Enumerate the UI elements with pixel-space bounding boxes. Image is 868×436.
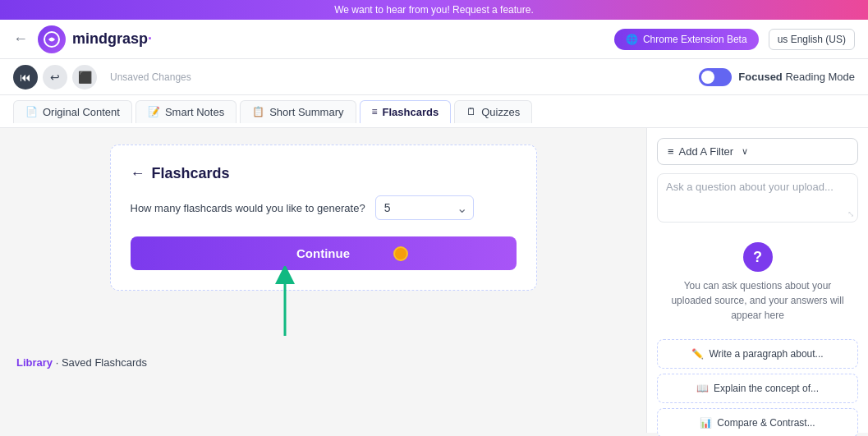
continue-button-container: Continue [131,236,517,270]
toolbar-icons: ⏮ ↩ ⬛ [13,65,97,89]
tabs-bar: 📄 Original Content 📝 Smart Notes 📋 Short… [0,95,868,128]
flashcard-count-select-wrapper[interactable]: 5 10 15 20 [375,195,474,220]
top-banner[interactable]: We want to hear from you! Request a feat… [0,0,868,20]
reading-mode-toggle[interactable] [699,68,732,86]
toolbar-icon-1[interactable]: ⏮ [13,65,38,89]
banner-text: We want to hear from you! Request a feat… [334,4,534,16]
ai-icon-area: ? You can ask questions about your uploa… [657,236,858,339]
chevron-down-icon: ∨ [742,146,748,157]
suggestion-compare-button[interactable]: 📊 Compare & Contrast... [657,408,858,436]
toolbar: ⏮ ↩ ⬛ Unsaved Changes Focused Reading Mo… [0,59,868,95]
original-content-icon: 📄 [25,106,38,117]
continue-button[interactable]: Continue [131,236,517,270]
library-link[interactable]: Library [16,356,53,369]
tab-smart-notes[interactable]: 📝 Smart Notes [135,100,237,123]
add-filter-button[interactable]: ≡ Add A Filter ∨ [657,138,858,165]
expand-icon: ⤡ [847,209,854,218]
question-icon: ? [743,242,773,272]
logo-text: mindgrasp· [72,30,152,48]
reading-mode-label: Focused Reading Mode [738,71,855,83]
cursor-dot [393,246,408,261]
arrow-annotation [260,266,310,340]
tab-quizzes[interactable]: 🗒 Quizzes [454,100,532,123]
toolbar-icon-3[interactable]: ⬛ [72,65,97,89]
toolbar-icon-2[interactable]: ↩ [43,65,67,89]
right-sidebar: ≡ Add A Filter ∨ Ask a question about yo… [646,128,868,433]
header-right: 🌐 Chrome Extension Beta us English (US) [614,29,855,50]
back-button[interactable]: ← [13,30,28,48]
flashcard-panel: ← Flashcards How many flashcards would y… [110,145,537,291]
chrome-extension-button[interactable]: 🌐 Chrome Extension Beta [614,29,759,50]
logo-icon [38,25,66,53]
compare-icon: 📊 [700,417,712,429]
filter-icon: ≡ [668,145,674,158]
logo: mindgrasp· [38,25,152,53]
language-button[interactable]: us English (US) [769,29,855,50]
flashcard-title: ← Flashcards [131,165,517,182]
header: ← mindgrasp· 🌐 Chrome Extension Beta us … [0,20,868,59]
ask-input-area[interactable]: Ask a question about your upload... ⤡ [657,173,858,223]
flashcards-icon: ≡ [372,106,378,117]
smart-notes-icon: 📝 [148,106,160,117]
flashcard-back-icon[interactable]: ← [131,165,145,182]
tab-original-content[interactable]: 📄 Original Content [13,100,132,123]
suggestion-explain-button[interactable]: 📖 Explain the concept of... [657,374,858,403]
content-area: ← Flashcards How many flashcards would y… [0,128,646,433]
main-layout: ← Flashcards How many flashcards would y… [0,128,868,433]
saved-flashcards-link[interactable]: Saved Flashcards [62,356,147,369]
unsaved-changes-label: Unsaved Changes [110,71,191,83]
flashcard-count-select[interactable]: 5 10 15 20 [375,195,474,220]
flashcard-form-label: How many flashcards would you like to ge… [131,202,365,214]
tab-flashcards[interactable]: ≡ Flashcards [360,100,452,123]
short-summary-icon: 📋 [252,106,264,117]
chrome-icon: 🌐 [626,34,638,45]
tab-short-summary[interactable]: 📋 Short Summary [240,100,356,123]
suggestion-write-button[interactable]: ✏️ Write a paragraph about... [657,339,858,369]
explain-icon: 📖 [696,383,709,394]
ai-description: You can ask questions about your uploade… [657,278,858,323]
flashcard-form: How many flashcards would you like to ge… [131,195,517,220]
library-section: Library · Saved Flashcards [16,356,630,369]
quizzes-icon: 🗒 [466,106,476,117]
reading-mode-toggle-area: Focused Reading Mode [699,68,855,86]
write-icon: ✏️ [691,348,704,360]
